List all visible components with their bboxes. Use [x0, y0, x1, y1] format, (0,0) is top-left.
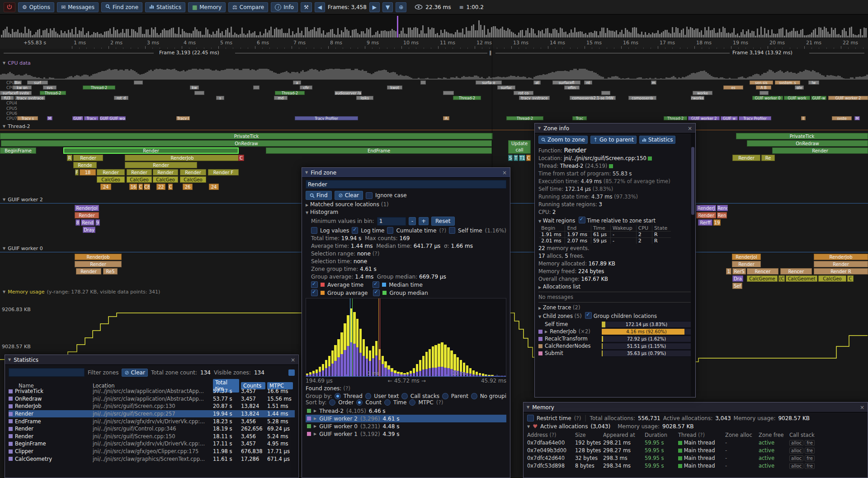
log-values-checkbox[interactable] [311, 227, 317, 234]
statistics-row[interactable]: PrivateTickjni/../jni/src/claw/applicati… [9, 388, 295, 395]
timeline-zone[interactable]: Render [75, 212, 99, 218]
time-ruler[interactable]: +55.83 s 1 ms2 ms3 ms4 ms5 ms6 ms7 ms8 m… [0, 38, 868, 49]
timeline-zone[interactable]: Re5 [103, 268, 118, 274]
cpu-segment[interactable] [420, 80, 426, 85]
cpu-segment[interactable]: nt [584, 80, 592, 85]
timeline-zone[interactable]: Render [127, 169, 152, 175]
timeline-zone[interactable]: RenderJob [75, 254, 122, 260]
memory-column-header[interactable]: Zone free [759, 432, 789, 438]
cpu-segment[interactable] [253, 85, 259, 90]
timeline-zone[interactable]: 1 [726, 268, 731, 274]
next-frame-button[interactable]: ▶ [369, 2, 380, 12]
min-bin-input[interactable] [377, 217, 406, 226]
child-zone-row[interactable]: RecalcTransform72.92 μs (1.62%) [538, 335, 692, 342]
prev-frame-button[interactable]: ◀ [315, 2, 325, 12]
cpu-segment[interactable]: tracy_systrace [519, 96, 550, 100]
statistics-row[interactable]: Renderjni/../jni/src/guif/Screen.cpp:257… [9, 410, 295, 418]
bin-plus-button[interactable]: + [419, 217, 429, 225]
cpu-segment[interactable]: surfacefl [552, 80, 580, 85]
cpu-segment[interactable] [601, 91, 610, 95]
collapse-icon[interactable]: ▼ [538, 219, 541, 223]
timeline-zone[interactable]: Dra [732, 275, 743, 282]
cpu-segment[interactable]: M [854, 116, 860, 120]
cpu-segment[interactable]: composer@2.1-se [HW [570, 96, 616, 100]
thread-header[interactable]: ▼GUIF worker 2 [3, 197, 43, 203]
timeline-zone[interactable]: 8 [75, 219, 80, 226]
timeline-zone[interactable]: Render [732, 155, 760, 161]
find-zone-search-input[interactable] [306, 180, 506, 189]
timeline-zone[interactable]: 9 [95, 219, 100, 226]
cpu-segment[interactable]: gle [795, 85, 804, 90]
help-icon[interactable]: (?) [343, 385, 350, 392]
cpu-segment[interactable]: A [443, 116, 449, 120]
timeline-zone[interactable]: EndFrame [266, 147, 492, 154]
group-by-radio-thread[interactable] [335, 393, 341, 399]
cpu-segment[interactable]: surface [476, 80, 502, 85]
cpu-segment[interactable]: tracy_systrace [15, 96, 45, 100]
alloc-call-stack[interactable]: allocfre [789, 440, 864, 446]
timeline-zone[interactable]: Render [732, 261, 761, 267]
frame-dropdown-button[interactable]: ▼ [382, 2, 393, 12]
memory-titlebar[interactable]: ▼ Memory × [524, 402, 868, 412]
memory-column-header[interactable]: Address (?) [527, 432, 575, 438]
collapse-icon[interactable]: ▼ [538, 126, 541, 130]
timeline-zone[interactable]: RenderJ [696, 205, 716, 211]
timeline-zone[interactable]: Rencer [780, 268, 812, 274]
alloc-address[interactable]: 0x7dfc42d640 [527, 455, 575, 461]
info-button[interactable]: iInfo [271, 2, 298, 12]
timeline-zone[interactable]: (C [778, 275, 785, 282]
tools-button[interactable]: ⚒ [301, 2, 312, 12]
cpu-segment[interactable]: eflin [564, 85, 580, 90]
options-button[interactable]: ⚙Options [18, 2, 54, 12]
collapse-icon[interactable]: ▼ [3, 246, 5, 251]
timeline-zone[interactable]: S [508, 155, 513, 161]
alloc-call-stack[interactable]: allocfre [789, 455, 864, 461]
timeline-zone[interactable]: OnRedraw [747, 140, 868, 147]
collapse-icon[interactable]: ▼ [3, 198, 5, 202]
timeline-zone[interactable]: RerS [732, 268, 746, 274]
cpu-segment[interactable]: md [274, 96, 288, 100]
timeline-zone[interactable]: T [514, 155, 518, 161]
memory-column-header[interactable]: Zone alloc [725, 432, 759, 438]
timeline-zone[interactable]: CalcGeo [127, 176, 152, 183]
limit-range-toggle[interactable] [288, 369, 295, 376]
memory-allocation-row[interactable]: 0x7dfc42d64032 bytes298.3 ms59.95 s Main… [527, 454, 864, 462]
cpu-segment[interactable]: GUIF worker 2 [688, 116, 720, 120]
timeline-zone[interactable]: CalcGeo [153, 176, 178, 183]
statistics-row[interactable]: RenderJobjni/../jni/src/guif/Screen.cpp:… [9, 402, 295, 410]
statistics-row[interactable]: Renderjni/../jni/src/guif/Screen.cpp:150… [9, 433, 295, 440]
timeline-zone[interactable]: Render F [208, 169, 239, 175]
timeline-zone[interactable]: T1 [519, 155, 525, 161]
timeline-zone[interactable]: Render [180, 169, 206, 175]
timeline-zone[interactable]: Update call [508, 140, 531, 154]
sort-by-radio-time[interactable] [384, 399, 391, 406]
cpu-segment[interactable]: Thread-2 [506, 116, 543, 120]
compare-button[interactable]: ⚖Compare [228, 2, 268, 12]
sort-by-radio-mtpc[interactable] [409, 399, 415, 406]
cpu-segment[interactable]: sen sis [750, 80, 773, 85]
expand-icon[interactable]: ▶ [306, 203, 308, 207]
timeline-zone[interactable]: Ren [717, 212, 727, 218]
cpu-segment[interactable]: GUIF work [784, 96, 810, 100]
timeline-zone[interactable]: 16 [129, 184, 137, 190]
restrict-time-checkbox[interactable] [527, 415, 534, 421]
memory-column-header[interactable]: Call stack [789, 432, 864, 438]
timeline-zone[interactable]: 24 [100, 184, 111, 190]
timeline-zone[interactable]: Rende [73, 162, 97, 168]
statistics-row[interactable]: Clipperjni/../jni/src/claw/gfx/geo/Clipp… [9, 448, 295, 455]
cpu-segment[interactable]: GUIF worker 2 [828, 96, 868, 100]
collapse-icon[interactable]: ▼ [8, 358, 11, 362]
timeline-zone[interactable]: 19 [713, 219, 721, 226]
group-by-radio-no-groupi[interactable] [471, 393, 477, 399]
timeline-zone[interactable]: Render [76, 268, 101, 274]
cpu-segment[interactable]: Thread-2 [83, 85, 115, 90]
cpu-segment[interactable]: M [47, 116, 52, 120]
cpu-segment[interactable]: GUIF [72, 116, 83, 120]
timeline-zone[interactable]: PrivateTick [736, 133, 868, 139]
found-zone-group[interactable]: ▶GUIF worker 0(3,231)4.48 s [306, 422, 506, 430]
close-icon[interactable]: × [291, 357, 295, 363]
cpu-segment[interactable]: I [801, 116, 806, 120]
cpu-segment[interactable]: Thread-2 [664, 116, 687, 120]
timeline-zone[interactable]: C [847, 275, 854, 282]
alloc-call-stack[interactable]: allocfre [789, 447, 864, 454]
